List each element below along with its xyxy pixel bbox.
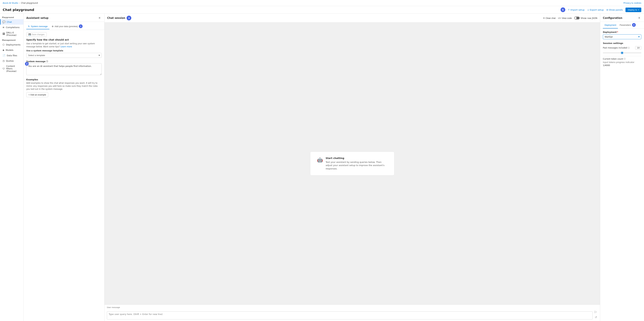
sidebar: Playground 💬 Chat ≡ Completions 🖼 DALL-E… (0, 14, 24, 321)
sidebar-dalle-label: DALL-E (Preview) (6, 31, 22, 36)
bot-icon: 🤖 (317, 157, 323, 163)
config-header: Configuration ✕ (600, 14, 644, 22)
header-row: Chat playground 5 ↑ Import setup ↓ Expor… (0, 6, 644, 14)
system-message-textarea[interactable] (26, 63, 102, 75)
deployment-tab-label: Deployment (604, 24, 616, 26)
template-select[interactable]: Select a template (26, 53, 102, 58)
config-title: Configuration (603, 16, 622, 19)
specify-heading: Specify how the chat should act (26, 38, 102, 41)
sidebar-completions-label: Completions (6, 26, 20, 29)
config-tab-parameters[interactable]: Parameters 4 (618, 22, 637, 28)
assistant-panel-header: Assistant setup ✕ (24, 14, 104, 22)
sidebar-item-data-files[interactable]: 📄 Data files (0, 53, 24, 58)
sidebar-quotas-label: Quotas (6, 60, 14, 62)
sidebar-content-filters-label: Content filters (Preview) (6, 65, 22, 72)
assistant-panel-title: Assistant setup (26, 16, 48, 19)
examples-section: Examples Add examples to show the chat w… (26, 78, 102, 97)
token-count-row: Current token count ⓘ (603, 58, 641, 60)
chat-header: Chat session 3 ✕ Clear chat </> View cod… (104, 14, 600, 22)
upload-icon: ↑ (568, 8, 570, 11)
privacy-link[interactable]: Privacy & cookies (624, 2, 641, 4)
view-code-button[interactable]: </> View code (558, 17, 572, 19)
header-actions: 5 ↑ Import setup ↓ Export setup ⊟ Show p… (560, 7, 641, 12)
panels-icon: ⊟ (606, 8, 608, 11)
assistant-panel-close[interactable]: ✕ (98, 16, 102, 20)
sidebar-item-content-filters[interactable]: 🛡 Content filters (Preview) (0, 63, 24, 74)
chat-body: 🤖 Start chatting Test your assistant by … (104, 22, 600, 305)
deploy-chevron: ▾ (638, 9, 639, 11)
deployment-field-label: Deployment * (603, 31, 641, 33)
tab-add-data[interactable]: ⊕ Add your data (preview) 1 (50, 23, 84, 30)
save-changes-button[interactable]: 💾 Save changes (26, 32, 47, 37)
export-setup-action[interactable]: ↓ Export setup (587, 8, 604, 11)
quotas-icon: ◷ (2, 59, 4, 62)
session-settings-title: Session settings (603, 42, 641, 44)
breadcrumb-current: Chat playground (21, 2, 38, 4)
deploy-button[interactable]: Deploy to ▾ (626, 7, 641, 12)
sidebar-item-completions[interactable]: ≡ Completions (0, 24, 24, 30)
config-tabs: Deployment Parameters 4 (600, 22, 644, 29)
current-token-label: Current token count (603, 58, 623, 60)
sidebar-item-dalle[interactable]: 🖼 DALL-E (Preview) (0, 30, 24, 38)
deploy-label: Deploy to (628, 8, 637, 11)
refresh-button[interactable]: ↺ (594, 315, 598, 320)
breadcrumb-studio[interactable]: Azure AI Studio (3, 2, 18, 4)
past-messages-row: Past messages included ⓘ 10 (603, 46, 641, 49)
import-label: Import setup (570, 8, 585, 11)
top-nav: Azure AI Studio › Chat playground Privac… (0, 0, 644, 6)
user-message-input[interactable] (107, 312, 592, 320)
clear-chat-button[interactable]: ✕ Clear chat (543, 17, 556, 19)
management-section-label: Management (0, 38, 24, 42)
system-message-tab-icon: ↻ (28, 25, 30, 28)
deployment-select[interactable]: MartGpt (603, 34, 641, 39)
sidebar-item-chat[interactable]: 💬 Chat (0, 19, 24, 24)
chat-session-label: Chat session (107, 16, 125, 19)
breadcrumb-separator: › (19, 2, 20, 4)
assistant-panel-body: 💾 Save changes Specify how the chat shou… (24, 30, 104, 99)
tab-add-data-badge: 1 (79, 24, 82, 28)
save-changes-label: Save changes (32, 33, 44, 36)
assistant-tab-row: ↻ System message ⊕ Add your data (previe… (24, 22, 104, 30)
sidebar-item-models[interactable]: ◈ Models (0, 47, 24, 53)
chat-title: Chat session 3 (107, 16, 131, 20)
start-desc: Test your assistant by sending queries b… (326, 160, 388, 170)
sidebar-deployments-label: Deployments (6, 43, 20, 46)
send-button[interactable]: ▷ (594, 309, 598, 314)
show-panels-label: Show panels (609, 8, 623, 11)
show-raw-json-label: Show raw JSON (581, 17, 597, 19)
config-panel: Configuration ✕ Deployment Parameters 4 … (600, 14, 644, 321)
config-panel-close[interactable]: ✕ (637, 16, 641, 20)
sidebar-item-quotas[interactable]: ◷ Quotas (0, 58, 24, 63)
chat-input-area: User message ▷ ↺ (104, 305, 600, 321)
chat-actions: ✕ Clear chat </> View code Show raw JSON (543, 17, 597, 19)
page-title: Chat playground (3, 8, 34, 12)
raw-json-toggle[interactable] (574, 17, 580, 19)
hint-text: Use a template to get started, or just s… (26, 42, 102, 48)
past-messages-value: 10 (635, 46, 641, 49)
models-icon: ◈ (2, 49, 4, 51)
assistant-panel: Assistant setup ✕ ↻ System message ⊕ Add… (24, 14, 104, 321)
tab-system-message[interactable]: ↻ System message (26, 24, 50, 29)
add-data-tab-icon: ⊕ (52, 25, 54, 28)
show-panels-action[interactable]: ⊟ Show panels (606, 8, 623, 11)
dalle-icon: 🖼 (2, 32, 5, 35)
input-row: ▷ ↺ (107, 309, 598, 320)
code-icon: </> (558, 17, 561, 19)
learn-more-link[interactable]: Learn more (60, 45, 72, 48)
clear-chat-label: Clear chat (546, 17, 556, 19)
add-example-button[interactable]: + Add an example (26, 92, 48, 97)
main-layout: Playground 💬 Chat ≡ Completions 🖼 DALL-E… (0, 14, 644, 321)
past-messages-slider[interactable] (603, 52, 641, 53)
parameters-tab-label: Parameters (620, 24, 631, 26)
import-setup-action[interactable]: ↑ Import setup (568, 8, 585, 11)
config-tab-deployment[interactable]: Deployment (603, 22, 618, 28)
top-nav-right: Privacy & cookies (624, 2, 641, 4)
examples-hint: Add examples to show the chat what respo… (26, 81, 102, 91)
input-label: User message (107, 306, 598, 309)
past-messages-info-icon: ⓘ (628, 47, 630, 49)
add-example-label: + Add an example (28, 93, 46, 96)
chat-icon: 💬 (2, 20, 6, 23)
sidebar-item-deployments[interactable]: ⬡ Deployments (0, 42, 24, 47)
token-progress-value: 1/4000 (603, 64, 641, 66)
view-code-label: View code (562, 17, 572, 19)
